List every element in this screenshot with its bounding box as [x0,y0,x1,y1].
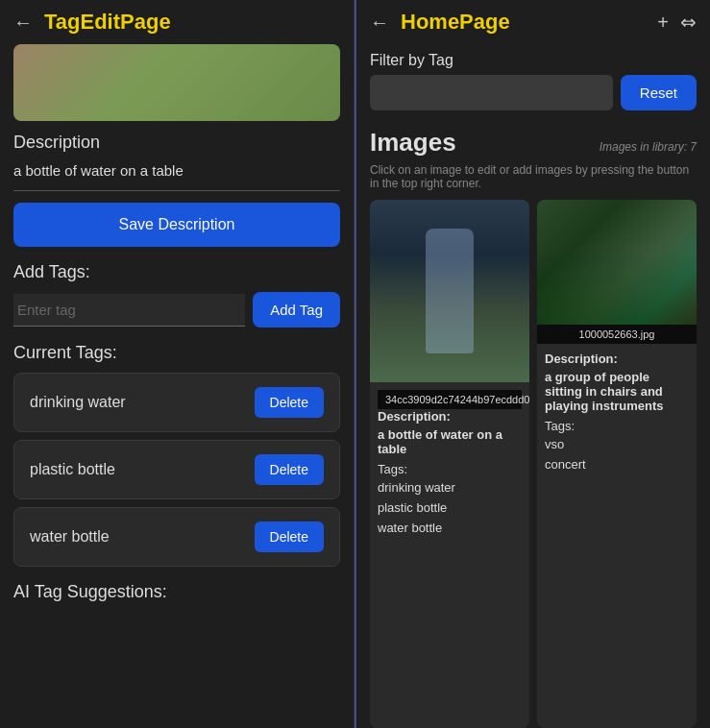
description-text: a bottle of water on a table [0,158,354,186]
left-page-title: TagEditPage [44,10,171,35]
images-grid: 34cc3909d2c74244b97ecddd0b0dc93e.jpg Des… [356,200,710,728]
save-description-button[interactable]: Save Description [13,203,340,247]
images-header: Images Images in library: 7 [356,122,710,161]
tags-label-card2: Tags: [545,419,689,433]
images-hint: Click on an image to edit or add images … [356,161,710,200]
delete-tag-button-water-bottle[interactable]: Delete [255,522,324,552]
description-label: Description [0,121,354,158]
tag-name: plastic bottle [30,461,115,478]
concert-image-thumb [537,200,697,325]
tag-edit-panel: ← TagEditPage Description a bottle of wa… [0,0,355,728]
left-header: ← TagEditPage [0,0,354,44]
bottle-image-thumb [370,200,529,382]
ai-suggestions-label: AI Tag Suggestions: [0,574,354,606]
right-back-arrow-icon[interactable]: ← [370,12,389,34]
card-tag: drinking water [378,478,522,498]
description-text-card2: a group of people sitting in chairs and … [545,370,689,413]
image-card-bottle[interactable]: 34cc3909d2c74244b97ecddd0b0dc93e.jpg Des… [370,200,529,728]
back-arrow-icon[interactable]: ← [13,12,33,34]
card-tag: water bottle [378,519,522,539]
tag-name: drinking water [30,394,126,411]
add-tag-row: Add Tag [0,292,354,339]
filter-row: Reset [356,75,710,122]
add-tags-label: Add Tags: [0,258,354,292]
tag-input[interactable] [13,294,245,327]
tag-item-drinking-water: drinking water Delete [13,373,340,432]
image-preview[interactable] [13,44,340,121]
right-page-title: HomePage [401,10,646,35]
bottle-shape [426,229,474,353]
card-tag: concert [545,455,689,475]
plus-icon[interactable]: + [657,12,669,34]
tags-label-card: Tags: [378,462,522,476]
image-filename-bottle: 34cc3909d2c74244b97ecddd0b0dc93e.jpg [378,390,522,409]
add-tag-button[interactable]: Add Tag [253,292,340,328]
filter-input[interactable] [370,75,613,110]
description-label-card: Description: [378,409,522,424]
images-title: Images [370,128,456,158]
tag-item-water-bottle: water bottle Delete [13,507,340,567]
delete-tag-button-drinking-water[interactable]: Delete [255,387,324,418]
card-body-concert: Description: a group of people sitting i… [537,344,697,728]
description-label-card2: Description: [545,352,689,366]
swap-icon[interactable]: ⇔ [680,11,697,34]
right-header: ← HomePage + ⇔ [356,0,710,44]
tag-name: water bottle [30,528,110,546]
description-text-card: a bottle of water on a table [378,427,522,456]
divider [13,190,340,191]
tag-item-plastic-bottle: plastic bottle Delete [13,440,340,499]
card-body-bottle: 34cc3909d2c74244b97ecddd0b0dc93e.jpg Des… [370,382,529,728]
images-count: Images in library: 7 [600,140,697,154]
crowd-overlay [537,250,697,325]
home-panel: ← HomePage + ⇔ Filter by Tag Reset Image… [356,0,710,728]
image-card-concert[interactable]: 1000052663.jpg Description: a group of p… [537,200,697,728]
card-tag: vso [545,435,689,455]
reset-button[interactable]: Reset [621,75,697,110]
card-tag: plastic bottle [378,498,522,519]
filter-label: Filter by Tag [356,44,710,75]
image-filename-concert: 1000052663.jpg [537,325,697,344]
delete-tag-button-plastic-bottle[interactable]: Delete [255,454,324,485]
current-tags-label: Current Tags: [0,339,354,373]
